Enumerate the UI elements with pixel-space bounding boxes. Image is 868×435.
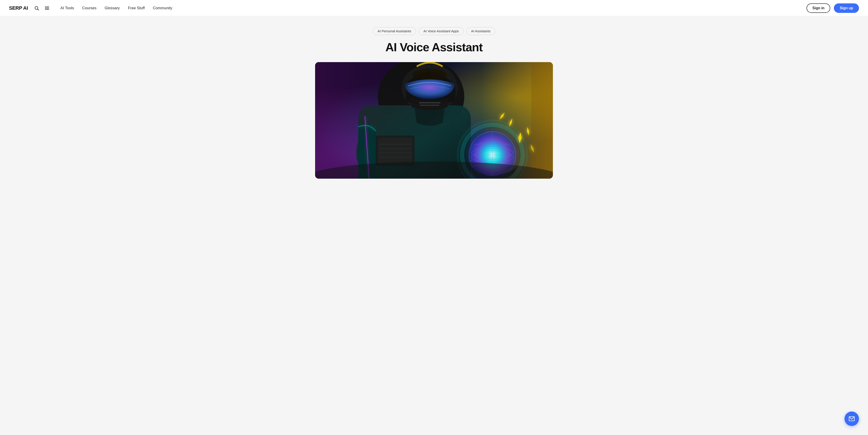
svg-rect-48 bbox=[531, 62, 553, 179]
signin-button[interactable]: Sign in bbox=[807, 3, 830, 13]
svg-rect-28 bbox=[419, 102, 440, 103]
svg-rect-29 bbox=[420, 105, 439, 106]
hero-image bbox=[315, 62, 553, 179]
nav-courses[interactable]: Courses bbox=[82, 6, 96, 10]
menu-button[interactable] bbox=[43, 5, 51, 11]
menu-icon bbox=[44, 6, 50, 11]
signup-button[interactable]: Sign up bbox=[834, 3, 859, 13]
search-button[interactable] bbox=[33, 5, 40, 11]
page-content: AI Personal Assistants AI Voice Assistan… bbox=[0, 0, 868, 435]
tag-ai-assistants[interactable]: AI Assistants bbox=[466, 27, 495, 35]
content-wrapper: AI Personal Assistants AI Voice Assistan… bbox=[310, 16, 558, 179]
breadcrumb-tags: AI Personal Assistants AI Voice Assistan… bbox=[373, 27, 495, 35]
nav-glossary[interactable]: Glossary bbox=[105, 6, 120, 10]
page-title: AI Voice Assistant bbox=[385, 40, 483, 54]
nav-community[interactable]: Community bbox=[153, 6, 172, 10]
navbar-left: SERP AI AI Tools Courses Glossary Free S… bbox=[9, 5, 172, 11]
hero-illustration bbox=[315, 62, 553, 179]
mail-fab-button[interactable] bbox=[844, 411, 859, 426]
svg-line-1 bbox=[37, 9, 39, 10]
logo: SERP AI bbox=[9, 5, 28, 11]
nav-ai-tools[interactable]: AI Tools bbox=[60, 6, 74, 10]
navbar: SERP AI AI Tools Courses Glossary Free S… bbox=[0, 0, 868, 16]
navbar-icons bbox=[33, 5, 51, 11]
navbar-nav: AI Tools Courses Glossary Free Stuff Com… bbox=[60, 6, 172, 10]
search-icon bbox=[34, 6, 39, 11]
tag-ai-voice-assistant-apps[interactable]: AI Voice Assistant Apps bbox=[418, 27, 464, 35]
tag-ai-personal-assistants[interactable]: AI Personal Assistants bbox=[373, 27, 416, 35]
svg-rect-21 bbox=[378, 138, 412, 164]
mail-icon bbox=[848, 415, 855, 422]
nav-free-stuff[interactable]: Free Stuff bbox=[128, 6, 145, 10]
navbar-right: Sign in Sign up bbox=[807, 3, 859, 13]
